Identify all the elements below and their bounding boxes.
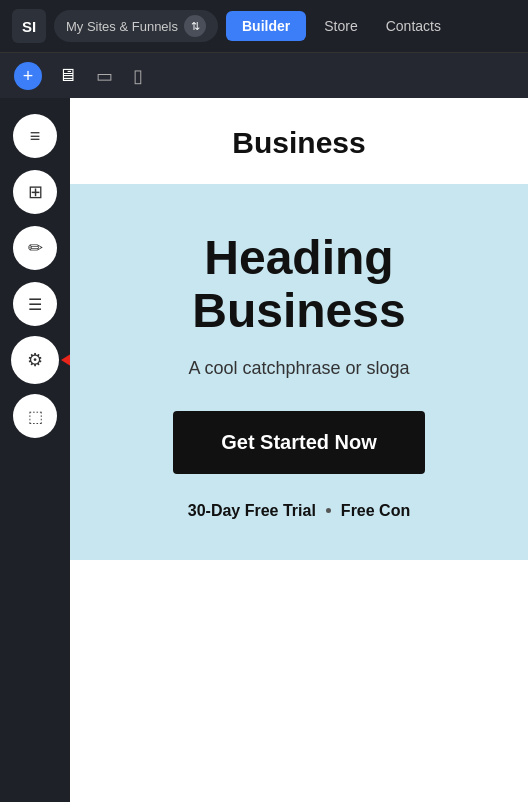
trial-text-1: 30-Day Free Trial <box>188 502 316 520</box>
trial-dot <box>326 508 331 513</box>
swap-icon: ⇅ <box>184 15 206 37</box>
sidebar: ≡ ⊞ ✏ ☰ ⚙ ⬚ <box>0 98 70 802</box>
canvas-area: Business Heading Business A cool catchph… <box>70 98 528 802</box>
hero-section: Heading Business A cool catchphrase or s… <box>70 184 528 560</box>
sidebar-item-text[interactable]: ≡ <box>13 114 57 158</box>
text-icon: ≡ <box>30 126 41 147</box>
sites-funnels-label: My Sites & Funnels <box>66 19 178 34</box>
add-section-icon: ⊞ <box>28 181 43 203</box>
sidebar-item-settings[interactable]: ⚙ <box>13 338 57 382</box>
page-canvas: Business Heading Business A cool catchph… <box>70 98 528 802</box>
settings-icon: ⚙ <box>27 349 43 371</box>
store-link[interactable]: Store <box>314 11 367 41</box>
page-title: Business <box>90 126 508 160</box>
sidebar-item-edit[interactable]: ✏ <box>13 226 57 270</box>
tablet-icon[interactable]: ▭ <box>92 61 117 91</box>
top-nav: SI My Sites & Funnels ⇅ Builder Store Co… <box>0 0 528 52</box>
toolbar: + 🖥 ▭ ▯ <box>0 52 528 98</box>
hero-heading: Heading Business <box>100 232 498 338</box>
page-title-section: Business <box>70 98 528 184</box>
export-icon: ⬚ <box>28 407 43 426</box>
mobile-icon[interactable]: ▯ <box>129 61 147 91</box>
desktop-icon[interactable]: 🖥 <box>54 61 80 90</box>
logo: SI <box>12 9 46 43</box>
sidebar-item-add-section[interactable]: ⊞ <box>13 170 57 214</box>
contacts-link[interactable]: Contacts <box>376 11 451 41</box>
sites-funnels-pill[interactable]: My Sites & Funnels ⇅ <box>54 10 218 42</box>
layers-icon: ☰ <box>28 295 42 314</box>
sidebar-item-export[interactable]: ⬚ <box>13 394 57 438</box>
trial-text-2: Free Con <box>341 502 410 520</box>
cta-button[interactable]: Get Started Now <box>173 411 425 474</box>
builder-button[interactable]: Builder <box>226 11 306 41</box>
hero-subheading: A cool catchphrase or sloga <box>100 358 498 379</box>
trial-info: 30-Day Free Trial Free Con <box>100 502 498 520</box>
edit-icon: ✏ <box>28 237 43 259</box>
add-button[interactable]: + <box>14 62 42 90</box>
main-area: ≡ ⊞ ✏ ☰ ⚙ ⬚ Busi <box>0 98 528 802</box>
sidebar-item-layers[interactable]: ☰ <box>13 282 57 326</box>
